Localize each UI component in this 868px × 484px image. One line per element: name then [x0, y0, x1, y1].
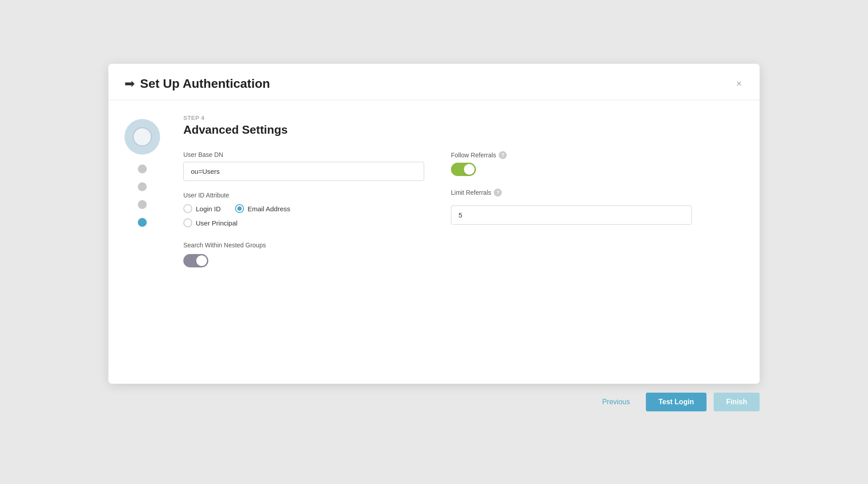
form-section: User Base DN User ID Attribute — [183, 151, 744, 267]
user-base-dn-label: User Base DN — [183, 151, 424, 158]
steps-sidebar — [124, 115, 160, 369]
radio-email-address-label: Email Address — [248, 205, 290, 213]
step-dot-3 — [138, 200, 147, 209]
main-content: STEP 4 Advanced Settings User Base DN Us… — [174, 115, 744, 369]
radio-login-id[interactable]: Login ID — [183, 204, 221, 213]
close-button[interactable]: × — [734, 77, 744, 90]
step-circle-inner — [132, 127, 152, 147]
step-title: Advanced Settings — [183, 123, 744, 137]
limit-referrals-help-icon[interactable]: ? — [494, 189, 502, 197]
step-circle-active — [124, 119, 160, 155]
step-label: STEP 4 — [183, 115, 744, 121]
radio-user-principal[interactable]: User Principal — [183, 218, 237, 227]
radio-login-id-label: Login ID — [196, 205, 221, 213]
page-footer: Previous Test Login Finish — [108, 384, 760, 420]
follow-referrals-help-icon[interactable]: ? — [499, 151, 507, 159]
limit-referrals-label: Limit Referrals ? — [451, 189, 692, 197]
follow-referrals-toggle[interactable] — [451, 163, 476, 176]
form-left: User Base DN User ID Attribute — [183, 151, 424, 267]
test-login-button[interactable]: Test Login — [646, 393, 707, 411]
radio-login-id-input[interactable] — [183, 204, 192, 213]
form-right: Follow Referrals ? Limit Referrals ? — [451, 151, 692, 267]
step-dot-1 — [138, 164, 147, 173]
follow-referrals-label: Follow Referrals ? — [451, 151, 692, 159]
user-id-attribute-group: Login ID Email Address — [183, 204, 424, 227]
user-base-dn-input[interactable] — [183, 162, 424, 181]
modal-body: STEP 4 Advanced Settings User Base DN Us… — [108, 100, 760, 384]
modal-title: Set Up Authentication — [140, 77, 270, 91]
radio-email-address-input[interactable] — [235, 204, 244, 213]
finish-button[interactable]: Finish — [714, 393, 760, 411]
previous-button[interactable]: Previous — [593, 393, 639, 411]
follow-referrals-slider — [451, 163, 476, 176]
auth-icon: ➡ — [124, 76, 135, 91]
limit-referrals-input[interactable] — [451, 205, 692, 225]
user-id-attribute-label: User ID Attribute — [183, 192, 424, 199]
radio-user-principal-label: User Principal — [196, 219, 237, 227]
radio-row-1: Login ID Email Address — [183, 204, 424, 213]
radio-email-address[interactable]: Email Address — [235, 204, 290, 213]
radio-user-principal-input[interactable] — [183, 218, 192, 227]
modal-header: ➡ Set Up Authentication × — [108, 64, 760, 100]
nested-groups-label: Search Within Nested Groups — [183, 242, 424, 249]
nested-groups-section: Search Within Nested Groups — [183, 242, 424, 267]
radio-row-2: User Principal — [183, 218, 424, 227]
nested-groups-slider — [183, 254, 208, 267]
step-dot-4 — [138, 218, 147, 227]
nested-groups-toggle[interactable] — [183, 254, 208, 267]
step-dot-2 — [138, 182, 147, 191]
title-area: ➡ Set Up Authentication — [124, 76, 270, 91]
